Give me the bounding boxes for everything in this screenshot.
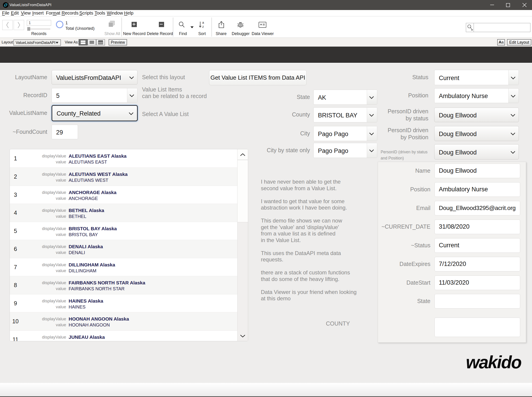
svg-text:a: a: [202, 21, 204, 24]
svg-text:z: z: [202, 25, 204, 28]
